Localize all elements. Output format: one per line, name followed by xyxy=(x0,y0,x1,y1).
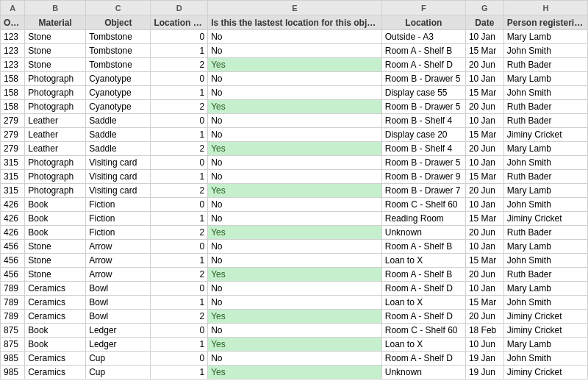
table-row[interactable]: 279LeatherSaddle0NoRoom B - Shelf 410 Ja… xyxy=(1,114,588,128)
table-cell: 20 Jun xyxy=(465,100,503,114)
table-row[interactable]: 789CeramicsBowl2YesRoom A - Shelf D20 Ju… xyxy=(1,310,588,324)
table-cell: Jiminy Cricket xyxy=(503,366,587,380)
table-cell: John Smith xyxy=(503,198,587,212)
table-cell: Tombstone xyxy=(86,58,151,72)
table-row[interactable]: 123StoneTombstone0NoOutside - A310 JanMa… xyxy=(1,30,588,44)
table-cell: Leather xyxy=(25,114,86,128)
table-cell: 0 xyxy=(151,30,208,44)
table-cell: Room A - Shelf B xyxy=(381,44,465,58)
table-row[interactable]: 985CeramicsCup1YesUnknown19 JunJiminy Cr… xyxy=(1,366,588,380)
table-cell: No xyxy=(208,212,382,226)
table-cell: John Smith xyxy=(503,352,587,366)
table-cell: Ruth Bader xyxy=(503,226,587,240)
table-cell: Saddle xyxy=(86,128,151,142)
table-row[interactable]: 279LeatherSaddle2YesRoom B - Shelf 420 J… xyxy=(1,142,588,156)
table-cell: Room B - Shelf 4 xyxy=(381,142,465,156)
table-cell: 315 xyxy=(1,156,25,170)
table-cell: 123 xyxy=(1,44,25,58)
table-cell: Ruth Bader xyxy=(503,58,587,72)
table-cell: Reading Room xyxy=(381,212,465,226)
table-cell: Display case 55 xyxy=(381,86,465,100)
table-cell: 20 Jun xyxy=(465,142,503,156)
table-row[interactable]: 315PhotographVisiting card1NoRoom B - Dr… xyxy=(1,170,588,184)
header-object-num[interactable]: Object # xyxy=(1,15,25,30)
table-cell: Cyanotype xyxy=(86,72,151,86)
table-row[interactable]: 426BookFiction0NoRoom C - Shelf 6010 Jan… xyxy=(1,198,588,212)
header-object[interactable]: Object xyxy=(86,15,151,30)
table-row[interactable]: 456StoneArrow2YesRoom A - Shelf B20 JunR… xyxy=(1,268,588,282)
header-location-history[interactable]: Location history xyxy=(151,15,208,30)
table-cell: 875 xyxy=(1,338,25,352)
header-location[interactable]: Location xyxy=(381,15,465,30)
table-cell: 1 xyxy=(151,86,208,100)
table-cell: 279 xyxy=(1,128,25,142)
table-cell: Yes xyxy=(208,226,382,240)
table-cell: 0 xyxy=(151,114,208,128)
table-cell: 2 xyxy=(151,58,208,72)
table-cell: Room B - Drawer 5 xyxy=(381,72,465,86)
table-cell: Yes xyxy=(208,268,382,282)
table-cell: Bowl xyxy=(86,282,151,296)
table-row[interactable]: 158PhotographCyanotype1NoDisplay case 55… xyxy=(1,86,588,100)
table-row[interactable]: 426BookFiction1NoReading Room15 MarJimin… xyxy=(1,212,588,226)
table-cell: Jiminy Cricket xyxy=(503,212,587,226)
table-cell: Yes xyxy=(208,184,382,198)
table-cell: 20 Jun xyxy=(465,268,503,282)
table-cell: 15 Mar xyxy=(465,296,503,310)
table-cell: Photograph xyxy=(25,156,86,170)
table-cell: Stone xyxy=(25,30,86,44)
table-cell: 15 Mar xyxy=(465,212,503,226)
table-row[interactable]: 875BookLedger0NoRoom C - Shelf 6018 FebJ… xyxy=(1,324,588,338)
table-row[interactable]: 456StoneArrow0NoRoom A - Shelf B10 JanMa… xyxy=(1,240,588,254)
table-row[interactable]: 315PhotographVisiting card0NoRoom B - Dr… xyxy=(1,156,588,170)
table-cell: Ruth Bader xyxy=(503,100,587,114)
table-cell: Jiminy Cricket xyxy=(503,128,587,142)
table-cell: No xyxy=(208,282,382,296)
table-cell: 426 xyxy=(1,198,25,212)
table-row[interactable]: 315PhotographVisiting card2YesRoom B - D… xyxy=(1,184,588,198)
table-cell: 2 xyxy=(151,100,208,114)
table-row[interactable]: 158PhotographCyanotype2YesRoom B - Drawe… xyxy=(1,100,588,114)
table-cell: 10 Jan xyxy=(465,72,503,86)
table-cell: 456 xyxy=(1,254,25,268)
table-row[interactable]: 456StoneArrow1NoLoan to X15 MarJohn Smit… xyxy=(1,254,588,268)
table-cell: Photograph xyxy=(25,72,86,86)
table-row[interactable]: 123StoneTombstone1NoRoom A - Shelf B15 M… xyxy=(1,44,588,58)
table-cell: Mary Lamb xyxy=(503,184,587,198)
table-cell: Mary Lamb xyxy=(503,30,587,44)
table-cell: 10 Jan xyxy=(465,156,503,170)
table-row[interactable]: 426BookFiction2YesUnknown20 JunRuth Bade… xyxy=(1,226,588,240)
table-cell: Loan to X xyxy=(381,338,465,352)
table-cell: 19 Jun xyxy=(465,366,503,380)
table-row[interactable]: 875BookLedger1YesLoan to X10 JunMary Lam… xyxy=(1,338,588,352)
table-cell: Arrow xyxy=(86,240,151,254)
table-cell: 456 xyxy=(1,240,25,254)
table-row[interactable]: 279LeatherSaddle1NoDisplay case 2015 Mar… xyxy=(1,128,588,142)
table-cell: Photograph xyxy=(25,100,86,114)
table-cell: Room A - Shelf D xyxy=(381,58,465,72)
table-cell: Ceramics xyxy=(25,282,86,296)
table-cell: Ledger xyxy=(86,338,151,352)
table-cell: 985 xyxy=(1,366,25,380)
table-cell: Outside - A3 xyxy=(381,30,465,44)
table-cell: 15 Mar xyxy=(465,128,503,142)
table-cell: Ruth Bader xyxy=(503,170,587,184)
header-is-latest[interactable]: Is this the lastest location for this ob… xyxy=(208,15,382,30)
table-row[interactable]: 985CeramicsCup0NoRoom A - Shelf D19 JanJ… xyxy=(1,352,588,366)
table-cell: 0 xyxy=(151,72,208,86)
table-cell: Saddle xyxy=(86,142,151,156)
table-cell: Room B - Drawer 5 xyxy=(381,100,465,114)
table-cell: 10 Jan xyxy=(465,30,503,44)
header-person[interactable]: Person registering xyxy=(503,15,587,30)
table-row[interactable]: 789CeramicsBowl1NoLoan to X15 MarJohn Sm… xyxy=(1,296,588,310)
table-cell: No xyxy=(208,324,382,338)
header-date[interactable]: Date xyxy=(465,15,503,30)
table-cell: Tombstone xyxy=(86,30,151,44)
header-material[interactable]: Material xyxy=(25,15,86,30)
col-letter-e: E xyxy=(208,1,382,15)
table-row[interactable]: 123StoneTombstone2YesRoom A - Shelf D20 … xyxy=(1,58,588,72)
table-row[interactable]: 789CeramicsBowl0NoRoom A - Shelf D10 Jan… xyxy=(1,282,588,296)
table-cell: Cyanotype xyxy=(86,86,151,100)
table-cell: Fiction xyxy=(86,198,151,212)
table-row[interactable]: 158PhotographCyanotype0NoRoom B - Drawer… xyxy=(1,72,588,86)
